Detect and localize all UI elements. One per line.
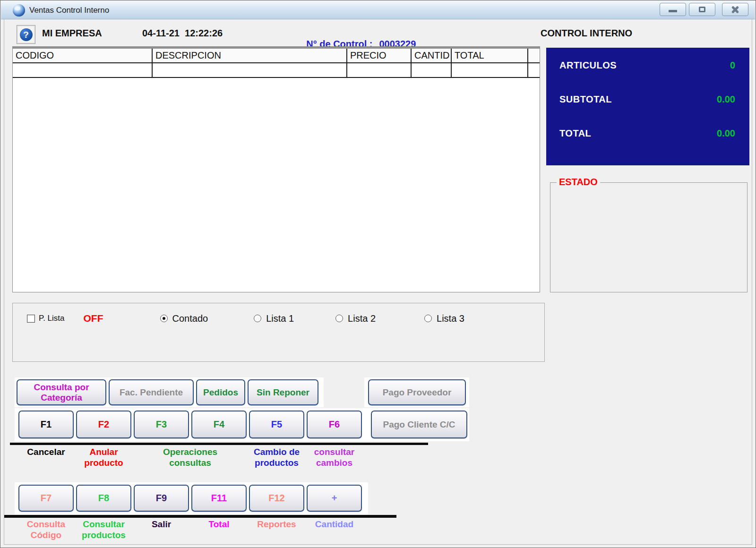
totals-row-total: TOTAL 0.00 bbox=[559, 128, 735, 139]
column-header-cantid: CANTID bbox=[412, 49, 452, 63]
radio-lista1-icon[interactable] bbox=[254, 315, 261, 322]
f5-button[interactable]: F5 bbox=[249, 411, 304, 438]
caption-consultar-productos: Consultar productos bbox=[76, 519, 131, 541]
separator-line-1 bbox=[10, 443, 428, 445]
maximize-icon bbox=[699, 7, 705, 12]
f8-button[interactable]: F8 bbox=[76, 485, 131, 512]
radio-lista1[interactable]: Lista 1 bbox=[254, 313, 294, 324]
radio-lista3[interactable]: Lista 3 bbox=[424, 313, 464, 324]
articulos-label: ARTICULOS bbox=[559, 60, 617, 71]
radio-lista2[interactable]: Lista 2 bbox=[335, 313, 376, 324]
fkey-captions-top: Cancelar Anular producto Operaciones con… bbox=[18, 447, 362, 469]
articulos-value: 0 bbox=[730, 60, 735, 71]
radio-lista2-icon[interactable] bbox=[335, 315, 343, 322]
f1-button[interactable]: F1 bbox=[18, 411, 74, 438]
column-header-precio: PRECIO bbox=[347, 49, 412, 63]
radio-contado-icon[interactable] bbox=[160, 315, 168, 322]
radio-contado[interactable]: Contado bbox=[160, 313, 208, 324]
title-bar[interactable]: Ventas Control Interno bbox=[1, 1, 755, 19]
cell-descripcion bbox=[153, 63, 347, 78]
caption-consulta-codigo: Consulta Código bbox=[18, 519, 74, 541]
f4-button[interactable]: F4 bbox=[191, 411, 247, 438]
column-header-codigo: CODIGO bbox=[13, 49, 153, 63]
total-label: TOTAL bbox=[559, 128, 591, 139]
fkeys-top-row: F1 F2 F3 F4 F5 F6 Pago Cliente C/C bbox=[15, 408, 469, 441]
pago-proveedor-button[interactable]: Pago Proveedor bbox=[368, 379, 466, 405]
mode-title: CONTROL INTERNO bbox=[541, 28, 632, 39]
cell-codigo[interactable] bbox=[13, 63, 153, 78]
totals-row-subtotal: SUBTOTAL 0.00 bbox=[559, 94, 735, 105]
subtotal-label: SUBTOTAL bbox=[559, 94, 612, 105]
separator-line-2 bbox=[4, 515, 396, 518]
caption-salir: Salir bbox=[134, 519, 189, 541]
options-panel: P. Lista OFF Contado Lista 1 Lista 2 Lis… bbox=[12, 303, 545, 362]
close-button[interactable] bbox=[722, 3, 748, 16]
subtotal-value: 0.00 bbox=[717, 94, 735, 105]
pedidos-button[interactable]: Pedidos bbox=[196, 379, 245, 405]
f11-button[interactable]: F11 bbox=[191, 485, 247, 512]
table-row[interactable] bbox=[13, 63, 540, 78]
f9-button[interactable]: F9 bbox=[134, 485, 189, 512]
caption-cambio-productos: Cambio de productos bbox=[249, 447, 304, 469]
f6-button[interactable]: F6 bbox=[307, 411, 362, 438]
app-icon bbox=[13, 4, 25, 17]
plus-button[interactable]: + bbox=[307, 485, 362, 512]
caption-reportes: Reportes bbox=[249, 519, 304, 541]
f12-button[interactable]: F12 bbox=[249, 485, 304, 512]
minimize-button[interactable] bbox=[660, 3, 686, 16]
app-window: Ventas Control Interno ? MI EMPRESA 04-1… bbox=[0, 0, 756, 548]
caption-total: Total bbox=[191, 519, 247, 541]
window-title: Ventas Control Interno bbox=[29, 6, 109, 15]
close-icon bbox=[730, 5, 740, 14]
caption-cantidad: Cantidad bbox=[307, 519, 362, 541]
column-header-descripcion: DESCRIPCION bbox=[153, 49, 347, 63]
company-name: MI EMPRESA bbox=[42, 28, 102, 39]
caption-anular-producto: Anular producto bbox=[76, 447, 131, 469]
estado-legend: ESTADO bbox=[557, 177, 600, 188]
totals-row-articulos: ARTICULOS 0 bbox=[559, 60, 735, 71]
fac-pendiente-button[interactable]: Fac. Pendiente bbox=[109, 379, 194, 405]
items-table: CODIGO DESCRIPCION PRECIO CANTID TOTAL bbox=[12, 46, 540, 292]
cell-precio bbox=[347, 63, 412, 78]
table-header-row: CODIGO DESCRIPCION PRECIO CANTID TOTAL bbox=[13, 49, 540, 63]
help-button[interactable]: ? bbox=[17, 25, 35, 44]
column-header-spacer bbox=[528, 49, 540, 63]
datetime-label: 04-11-21 12:22:26 bbox=[142, 28, 223, 39]
radio-lista3-icon[interactable] bbox=[424, 315, 432, 322]
caption-consultar-cambios: consultar cambios bbox=[307, 447, 362, 469]
cell-cantid bbox=[412, 63, 452, 78]
fkey-captions-bottom: Consulta Código Consultar productos Sali… bbox=[18, 519, 362, 541]
maximize-button[interactable] bbox=[689, 3, 715, 16]
help-icon: ? bbox=[20, 28, 33, 41]
f3-button[interactable]: F3 bbox=[134, 411, 189, 438]
caption-cancelar: Cancelar bbox=[18, 447, 74, 469]
fkeys-bottom-row: F7 F8 F9 F11 F12 + bbox=[15, 482, 368, 514]
consulta-categoria-button[interactable]: Consulta por Categoría bbox=[17, 379, 106, 405]
caption-operaciones-consultas: Operaciones consultas bbox=[134, 447, 247, 469]
pago-cliente-button[interactable]: Pago Cliente C/C bbox=[371, 411, 467, 438]
column-header-total: TOTAL bbox=[452, 49, 528, 63]
cell-spacer bbox=[528, 63, 540, 78]
total-value: 0.00 bbox=[717, 128, 735, 139]
f7-button[interactable]: F7 bbox=[18, 485, 74, 512]
action-buttons-row: Consulta por Categoría Fac. Pendiente Pe… bbox=[15, 377, 324, 407]
f2-button[interactable]: F2 bbox=[76, 411, 131, 438]
estado-groupbox: ESTADO bbox=[550, 182, 747, 292]
totals-panel: ARTICULOS 0 SUBTOTAL 0.00 TOTAL 0.00 bbox=[546, 48, 749, 165]
p-lista-checkbox[interactable] bbox=[27, 315, 35, 323]
cell-total bbox=[452, 63, 528, 78]
pago-proveedor-backing: Pago Proveedor bbox=[364, 377, 469, 407]
p-lista-status: OFF bbox=[84, 313, 103, 324]
sin-reponer-button[interactable]: Sin Reponer bbox=[248, 379, 318, 405]
minimize-icon bbox=[669, 10, 677, 12]
p-lista-label: P. Lista bbox=[39, 314, 65, 323]
